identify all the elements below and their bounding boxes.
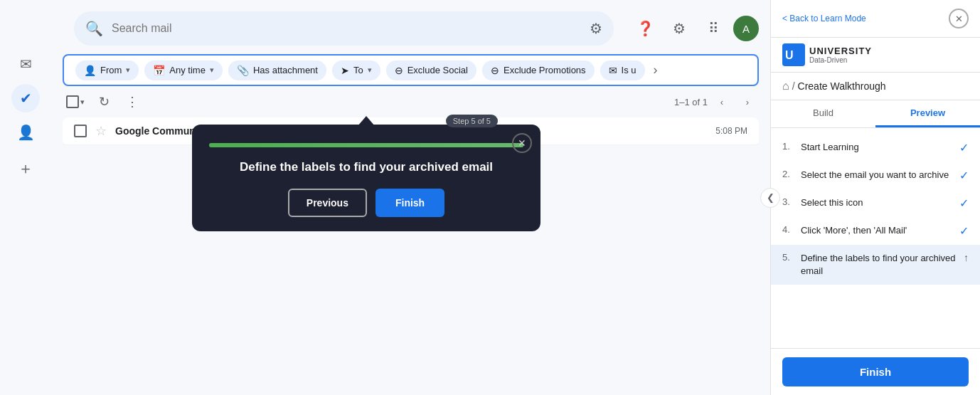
pagination-text: 1–1 of 1 (674, 97, 708, 107)
checkbox-arrow[interactable]: ▾ (80, 98, 85, 107)
panel-logo: U UNIVERSITY Data-Driven (771, 38, 980, 73)
to-icon: ➤ (341, 65, 349, 76)
right-panel-wrapper: ❮ < Back to Learn Mode ✕ U UNIVERSITY Da… (770, 0, 980, 395)
exclude-promo-icon: ⊖ (491, 65, 499, 76)
next-page-button[interactable]: › (736, 90, 759, 113)
step-3-label: Select this icon (801, 196, 952, 209)
step-3-check-icon: ✓ (959, 196, 969, 210)
search-tune-icon[interactable]: ⚙ (590, 20, 602, 37)
step-2-check-icon: ✓ (959, 169, 969, 182)
right-panel: < Back to Learn Mode ✕ U UNIVERSITY Data… (770, 0, 980, 395)
tab-build[interactable]: Build (771, 100, 875, 127)
is-icon: ✉ (609, 65, 617, 76)
chip-exclude-social[interactable]: ⊖ Exclude Social (386, 60, 476, 80)
toolbar-row: ▾ ↻ ⋮ 1–1 of 1 ‹ › (51, 86, 770, 117)
modal-caret (358, 116, 375, 126)
avatar[interactable]: A (733, 16, 759, 41)
back-to-learn-mode-link[interactable]: < Back to Learn Mode (782, 14, 866, 23)
to-arrow-icon: ▾ (368, 65, 372, 75)
modal-popup: Step 5 of 5 Define the labels to find yo… (192, 125, 540, 231)
apps-icon-button[interactable]: ⠿ (699, 14, 728, 43)
chip-from-label: From (100, 65, 122, 75)
panel-close-button[interactable]: ✕ (949, 9, 969, 28)
refresh-button[interactable]: ↻ (91, 89, 117, 115)
steps-list: 1. Start Learning ✓ 2. Select the email … (771, 128, 980, 348)
search-input[interactable] (112, 22, 590, 35)
step-item-4[interactable]: 4. Click 'More', then 'All Mail' ✓ (771, 217, 980, 245)
pagination: 1–1 of 1 ‹ › (674, 90, 759, 113)
chip-anytime[interactable]: 📅 Any time ▾ (144, 60, 223, 80)
step-1-label: Start Learning (801, 141, 952, 154)
chip-is[interactable]: ✉ Is u (600, 60, 645, 80)
university-logo-icon: U (782, 43, 805, 66)
step-5-label: Define the labels to find your archived … (801, 252, 957, 278)
modal-close-button[interactable]: ✕ (512, 133, 532, 153)
modal-title: Define the labels to find your archived … (209, 160, 523, 174)
panel-header: < Back to Learn Mode ✕ (771, 0, 980, 38)
sidebar-add-icon[interactable]: ＋ (18, 158, 33, 179)
step-5-number: 5. (782, 252, 794, 263)
chip-exclude-promotions[interactable]: ⊖ Exclude Promotions (482, 60, 595, 80)
modal-buttons: Previous Finish (209, 189, 523, 217)
sidebar-icon-mail[interactable]: ✉ (11, 50, 40, 78)
step-5-arrow-icon: ↑ (964, 252, 969, 263)
panel-finish-button[interactable]: Finish (782, 357, 969, 386)
breadcrumb: ⌂ / Create Walkthrough (771, 73, 980, 100)
progress-bar (209, 143, 523, 147)
exclude-social-icon: ⊖ (395, 65, 403, 76)
logo-sub: Data-Driven (809, 56, 872, 64)
step-badge: Step 5 of 5 (446, 115, 498, 127)
chip-to[interactable]: ➤ To ▾ (332, 60, 380, 80)
help-icon-button[interactable]: ❓ (631, 14, 659, 43)
checkbox-icon[interactable] (66, 95, 79, 108)
step-item-3[interactable]: 3. Select this icon ✓ (771, 189, 980, 217)
step-1-number: 1. (782, 141, 794, 152)
settings-icon-button[interactable]: ⚙ (665, 14, 693, 43)
star-icon[interactable]: ☆ (95, 123, 107, 139)
breadcrumb-title: Create Walkthrough (798, 80, 886, 92)
anytime-icon: 📅 (153, 65, 165, 76)
filter-chips-row: 👤 From ▾ 📅 Any time ▾ 📎 Has attachment ➤… (63, 54, 759, 86)
chip-from[interactable]: 👤 From ▾ (75, 60, 139, 80)
step-4-check-icon: ✓ (959, 224, 969, 238)
more-options-button[interactable]: ⋮ (119, 89, 145, 115)
chip-attachment-label: Has attachment (253, 65, 318, 75)
finish-button[interactable]: Finish (376, 189, 444, 217)
chip-anytime-label: Any time (169, 65, 206, 75)
step-4-number: 4. (782, 224, 794, 235)
sidebar-icon-contacts[interactable]: 👤 (11, 118, 40, 147)
breadcrumb-separator: / (792, 80, 795, 92)
step-item-2[interactable]: 2. Select the email you want to archive … (771, 162, 980, 189)
chip-to-label: To (353, 65, 363, 75)
chip-is-label: Is u (622, 65, 637, 75)
from-icon: 👤 (84, 65, 96, 76)
panel-footer: Finish (771, 348, 980, 395)
email-time: 5:08 PM (715, 126, 747, 136)
select-all-checkbox[interactable]: ▾ (63, 89, 88, 115)
prev-page-button[interactable]: ‹ (710, 90, 733, 113)
chip-attachment[interactable]: 📎 Has attachment (228, 60, 326, 80)
tab-preview[interactable]: Preview (875, 100, 980, 127)
chip-exclude-social-label: Exclude Social (408, 65, 468, 75)
search-bar: 🔍 ⚙ (74, 11, 614, 46)
panel-collapse-button[interactable]: ❮ (760, 188, 780, 208)
previous-button[interactable]: Previous (288, 189, 367, 217)
chip-exclude-promo-label: Exclude Promotions (504, 65, 586, 75)
step-3-number: 3. (782, 196, 794, 207)
home-icon[interactable]: ⌂ (782, 80, 789, 93)
step-4-label: Click 'More', then 'All Mail' (801, 224, 952, 237)
anytime-arrow-icon: ▾ (210, 65, 214, 75)
step-item-5[interactable]: 5. Define the labels to find your archiv… (771, 245, 980, 285)
sidebar-icon-tasks[interactable]: ✔ (11, 84, 40, 112)
logo-title: UNIVERSITY (809, 46, 872, 56)
panel-tabs: Build Preview (771, 100, 980, 128)
email-checkbox[interactable] (74, 125, 87, 137)
more-chips-button[interactable]: › (651, 60, 661, 80)
from-arrow-icon: ▾ (126, 65, 130, 75)
step-item-1[interactable]: 1. Start Learning ✓ (771, 134, 980, 162)
step-2-number: 2. (782, 169, 794, 179)
step-2-label: Select the email you want to archive (801, 169, 952, 181)
progress-fill (209, 143, 523, 147)
attachment-icon: 📎 (237, 65, 249, 76)
svg-text:U: U (785, 49, 794, 61)
